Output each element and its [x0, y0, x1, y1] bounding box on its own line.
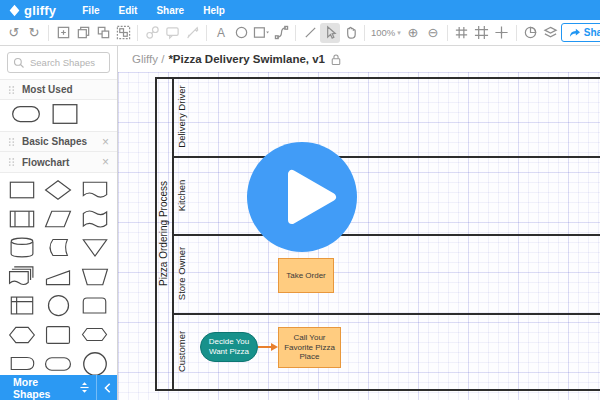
- most-used-shapes: [0, 100, 117, 131]
- shape-card[interactable]: [77, 291, 113, 320]
- lane-label-delivery-driver[interactable]: Delivery Driver: [173, 77, 190, 156]
- shape-rectangle[interactable]: [51, 103, 79, 129]
- toolbar: ↺ ↻ A 100% ▾ ⊕ ⊖ Sh: [0, 20, 600, 46]
- share-button-label: Share: [584, 27, 600, 38]
- pointer-tool-icon[interactable]: [320, 23, 340, 43]
- snap-icon[interactable]: [492, 23, 512, 43]
- shape-process[interactable]: [4, 175, 40, 204]
- zoom-level-value: 100%: [371, 27, 395, 38]
- shape-display[interactable]: [40, 233, 76, 262]
- shape-rectangle-alt[interactable]: [40, 320, 76, 349]
- chevron-left-icon: [103, 382, 113, 394]
- text-tool-icon[interactable]: A: [211, 23, 231, 43]
- shape-decision[interactable]: [40, 175, 76, 204]
- toolbar-divider: [206, 25, 207, 41]
- link-icon[interactable]: [142, 23, 162, 43]
- shape-flag[interactable]: [77, 204, 113, 233]
- diagram-canvas[interactable]: Pizza Ordering Process Delivery Driver K…: [118, 72, 600, 400]
- gliffy-logo[interactable]: gliffy: [8, 3, 56, 18]
- zoom-in-icon[interactable]: ⊕: [403, 23, 423, 43]
- shape-node-call-your-favorite-pizza-place[interactable]: Call Your Favorite Pizza Place: [278, 327, 341, 368]
- shape-node-decide-you-want-pizza[interactable]: Decide You Want Pizza: [200, 332, 258, 362]
- zoom-level-control[interactable]: 100% ▾: [369, 27, 403, 38]
- shape-delay[interactable]: [4, 349, 40, 378]
- pool-border-top: [155, 77, 600, 79]
- shape-node-take-order[interactable]: Take Order: [278, 258, 334, 293]
- undo-icon[interactable]: ↺: [4, 23, 24, 43]
- pool-title: Pizza Ordering Process: [158, 181, 169, 286]
- menu-share[interactable]: Share: [156, 5, 184, 16]
- theme-icon[interactable]: [521, 23, 541, 43]
- shape-parallelogram[interactable]: [40, 204, 76, 233]
- shape-connector-circle[interactable]: [40, 291, 76, 320]
- shape-multi-document[interactable]: [4, 262, 40, 291]
- shape-terminator-small[interactable]: [40, 349, 76, 378]
- shape-merge-triangle[interactable]: [77, 233, 113, 262]
- section-label: Most Used: [22, 84, 109, 95]
- collapse-sidebar-button[interactable]: [96, 375, 118, 400]
- section-header-flowchart[interactable]: Flowchart ×: [0, 152, 117, 173]
- shape-manual-input[interactable]: [40, 262, 76, 291]
- lock-icon: [331, 53, 341, 66]
- connector-tool-icon[interactable]: [271, 23, 291, 43]
- redo-icon[interactable]: ↻: [24, 23, 44, 43]
- zoom-out-icon[interactable]: ⊖: [423, 23, 443, 43]
- shape-database[interactable]: [4, 233, 40, 262]
- panel-resize-icon[interactable]: [72, 375, 96, 400]
- drag-handle-icon: [8, 157, 15, 167]
- document-header: Gliffy / *Pizza Delivery Swimlane, v1: [118, 46, 600, 72]
- share-button[interactable]: Share: [561, 23, 600, 42]
- pool-title-cell[interactable]: Pizza Ordering Process: [155, 77, 172, 390]
- zoom-to-fit-icon[interactable]: [53, 23, 73, 43]
- breadcrumb[interactable]: Gliffy /: [132, 53, 164, 65]
- shape-predefined-process[interactable]: [4, 204, 40, 233]
- share-arrow-icon: [569, 28, 581, 38]
- layers-icon[interactable]: [541, 23, 561, 43]
- flowchart-shape-grid: [0, 173, 117, 380]
- bring-to-front-icon[interactable]: [93, 23, 113, 43]
- menu-bar: gliffy File Edit Share Help: [0, 0, 600, 20]
- video-play-button[interactable]: [247, 142, 357, 252]
- shape-preparation-hexagon[interactable]: [4, 320, 40, 349]
- grid-settings-icon[interactable]: [472, 23, 492, 43]
- shape-internal-storage[interactable]: [4, 291, 40, 320]
- search-shapes-box: [7, 52, 110, 73]
- close-icon[interactable]: ×: [102, 156, 109, 168]
- lane-label-store-owner[interactable]: Store Owner: [173, 234, 190, 313]
- menu-help[interactable]: Help: [203, 5, 225, 16]
- lane-label-kitchen[interactable]: Kitchen: [173, 156, 190, 234]
- format-painter-icon[interactable]: [182, 23, 202, 43]
- pan-hand-icon[interactable]: [340, 23, 360, 43]
- shape-manual-operation[interactable]: [77, 262, 113, 291]
- copy-icon[interactable]: [73, 23, 93, 43]
- shape-document[interactable]: [77, 175, 113, 204]
- group-icon[interactable]: [113, 23, 133, 43]
- menu-file[interactable]: File: [82, 5, 99, 16]
- line-tool-icon[interactable]: [300, 23, 320, 43]
- document-title[interactable]: *Pizza Delivery Swimlane, v1: [168, 53, 325, 65]
- shape-tool-icon[interactable]: [251, 23, 271, 43]
- section-label: Basic Shapes: [22, 136, 102, 147]
- section-header-most-used[interactable]: Most Used: [0, 79, 117, 100]
- lane-divider-1: [172, 156, 600, 158]
- ellipse-tool-icon[interactable]: [231, 23, 251, 43]
- close-icon[interactable]: ×: [102, 136, 109, 148]
- pool-border-bottom: [155, 389, 600, 391]
- toolbar-divider: [48, 25, 49, 41]
- shape-terminator[interactable]: [10, 104, 42, 128]
- shape-direct-data[interactable]: [77, 320, 113, 349]
- more-shapes-button[interactable]: More Shapes: [0, 376, 72, 400]
- lane-label-customer[interactable]: Customer: [173, 313, 190, 389]
- grid-icon[interactable]: [452, 23, 472, 43]
- toolbar-divider: [516, 25, 517, 41]
- comment-icon[interactable]: [162, 23, 182, 43]
- toolbar-divider: [137, 25, 138, 41]
- section-header-basic-shapes[interactable]: Basic Shapes ×: [0, 131, 117, 152]
- connector-line[interactable]: [258, 346, 272, 348]
- toolbar-divider: [364, 25, 365, 41]
- shapes-sidebar: Most Used Basic Shapes × Flowchart ×: [0, 46, 118, 400]
- more-shapes-bar: More Shapes: [0, 375, 118, 400]
- menu-edit[interactable]: Edit: [119, 5, 138, 16]
- shape-circle-large[interactable]: [77, 349, 113, 378]
- chevron-down-icon: ▾: [397, 29, 401, 37]
